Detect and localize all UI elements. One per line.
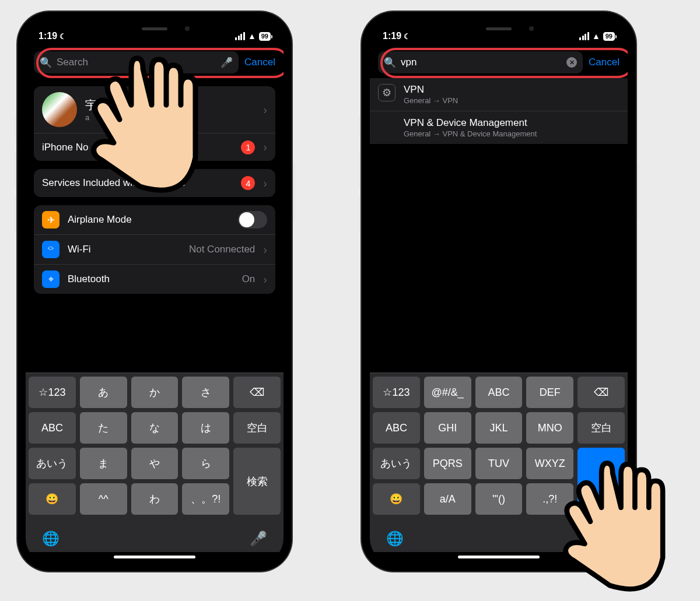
- key-space[interactable]: 空白: [233, 412, 281, 444]
- key-wxyz[interactable]: WXYZ: [526, 448, 573, 479]
- result-path: General → VPN: [404, 96, 458, 105]
- airplane-toggle[interactable]: [238, 211, 267, 229]
- row-label: Wi-Fi: [68, 244, 181, 255]
- row-label: Bluetooth: [68, 273, 234, 285]
- keyboard[interactable]: ☆123 @#/&_ ABC DEF ⌫ ABC GHI JKL MNO 空白 …: [370, 372, 628, 519]
- avatar: [42, 92, 77, 127]
- key-ghi[interactable]: GHI: [424, 412, 471, 444]
- key-def[interactable]: DEF: [526, 377, 573, 408]
- search-icon: 🔍: [40, 57, 52, 69]
- battery-icon: 99: [259, 32, 271, 41]
- key-num[interactable]: ☆123: [373, 377, 420, 408]
- key-abc[interactable]: ABC: [373, 412, 420, 444]
- key-punct[interactable]: 、。?!: [182, 483, 229, 515]
- key-caret[interactable]: ^^: [80, 483, 127, 515]
- signal-icon: [579, 32, 589, 40]
- search-field[interactable]: 🔍 ✕: [378, 51, 583, 73]
- search-icon: 🔍: [384, 57, 396, 69]
- wifi-row[interactable]: ⌔ Wi-Fi Not Connected ›: [34, 234, 275, 264]
- key-kana[interactable]: あいう: [29, 448, 76, 479]
- globe-icon[interactable]: 🌐: [42, 530, 60, 547]
- phone-right: 1:19☾ ▲ 99 🔍 ✕ Cancel ⚙: [362, 12, 636, 571]
- clear-icon[interactable]: ✕: [566, 57, 577, 68]
- key-kana[interactable]: あいう: [373, 448, 420, 479]
- bluetooth-row[interactable]: ⌖ Bluetooth On ›: [34, 264, 275, 294]
- key-sym[interactable]: @#/&_: [424, 377, 471, 408]
- key-search[interactable]: 検索: [233, 448, 281, 515]
- result-title: VPN & Device Management: [404, 117, 537, 129]
- key-a[interactable]: あ: [80, 377, 127, 408]
- search-input[interactable]: [401, 57, 562, 68]
- chevron-right-icon: ›: [263, 103, 267, 117]
- profile-name: 宇: [85, 97, 255, 113]
- globe-icon[interactable]: 🌐: [386, 530, 404, 547]
- keyboard-toolbar: 🌐 🎤: [370, 519, 628, 552]
- battery-icon: 99: [603, 32, 615, 41]
- mic-icon[interactable]: 🎤: [220, 57, 233, 69]
- phone-left: 1:19☾ ▲ 99 🔍 🎤 Cancel: [18, 12, 292, 571]
- key-emoji[interactable]: 😀: [373, 483, 420, 515]
- key-search[interactable]: [578, 448, 625, 515]
- key-mno[interactable]: MNO: [526, 412, 573, 444]
- key-ka[interactable]: か: [131, 377, 178, 408]
- key-na[interactable]: な: [131, 412, 178, 444]
- search-result-vpn[interactable]: ⚙ VPN General → VPN: [370, 78, 628, 111]
- profile-row[interactable]: 宇 a ›: [34, 86, 275, 133]
- mic-icon[interactable]: 🎤: [594, 530, 611, 547]
- key-wa[interactable]: わ: [131, 483, 178, 515]
- key-emoji[interactable]: 😀: [29, 483, 76, 515]
- status-time: 1:19: [38, 31, 57, 41]
- chevron-right-icon: ›: [263, 273, 267, 286]
- key-jkl[interactable]: JKL: [475, 412, 523, 444]
- key-ta[interactable]: た: [80, 412, 127, 444]
- gear-icon: ⚙: [378, 84, 396, 101]
- key-quote[interactable]: '"(): [475, 483, 523, 515]
- mic-icon[interactable]: 🎤: [250, 530, 267, 547]
- key-backspace[interactable]: ⌫: [233, 377, 281, 408]
- key-pqrs[interactable]: PQRS: [424, 448, 471, 479]
- status-time: 1:19: [383, 31, 401, 41]
- bluetooth-icon: ⌖: [42, 270, 60, 288]
- home-indicator[interactable]: [114, 556, 195, 558]
- cancel-button[interactable]: Cancel: [244, 57, 275, 68]
- home-indicator[interactable]: [458, 556, 540, 558]
- search-field[interactable]: 🔍 🎤: [34, 51, 239, 73]
- key-abc1[interactable]: ABC: [475, 377, 523, 408]
- key-sa[interactable]: さ: [182, 377, 229, 408]
- iphone-backup-row[interactable]: iPhone No 1 ›: [34, 133, 275, 161]
- chevron-right-icon: ›: [263, 140, 267, 154]
- keyboard-toolbar: 🌐 🎤: [26, 519, 284, 552]
- key-ra[interactable]: ら: [182, 448, 229, 479]
- dnd-icon: ☾: [60, 32, 66, 41]
- badge: 1: [241, 140, 255, 154]
- key-tuv[interactable]: TUV: [475, 448, 523, 479]
- wifi-icon: ▲: [592, 31, 600, 41]
- key-punct[interactable]: .,?!: [526, 483, 573, 515]
- row-label: iPhone No: [42, 142, 233, 153]
- result-title: VPN: [404, 84, 458, 96]
- chevron-right-icon: ›: [263, 243, 267, 256]
- search-result-vpn-management[interactable]: VPN & Device Management General → VPN & …: [370, 111, 628, 144]
- cancel-button[interactable]: Cancel: [589, 57, 620, 68]
- key-case[interactable]: a/A: [424, 483, 471, 515]
- airplane-icon: ✈: [42, 211, 60, 229]
- key-ya[interactable]: や: [131, 448, 178, 479]
- key-num[interactable]: ☆123: [29, 377, 76, 408]
- signal-icon: [235, 32, 245, 40]
- key-ma[interactable]: ま: [80, 448, 127, 479]
- search-input[interactable]: [57, 57, 216, 68]
- badge: 4: [241, 176, 255, 190]
- keyboard[interactable]: ☆123 あ か さ ⌫ ABC た な は 空白 あいう ま や ら 検索 😀…: [26, 372, 284, 519]
- services-row[interactable]: Services Included with Purchase 4 ›: [34, 169, 275, 197]
- row-label: Airplane Mode: [68, 214, 230, 226]
- key-space[interactable]: 空白: [578, 412, 625, 444]
- row-value: On: [242, 273, 256, 285]
- key-backspace[interactable]: ⌫: [578, 377, 625, 408]
- dnd-icon: ☾: [404, 32, 411, 41]
- key-abc[interactable]: ABC: [29, 412, 76, 444]
- row-label: Services Included with Purchase: [42, 177, 233, 189]
- profile-sub: a: [85, 113, 255, 122]
- key-ha[interactable]: は: [182, 412, 229, 444]
- airplane-mode-row[interactable]: ✈ Airplane Mode: [34, 205, 275, 234]
- wifi-row-icon: ⌔: [42, 241, 60, 258]
